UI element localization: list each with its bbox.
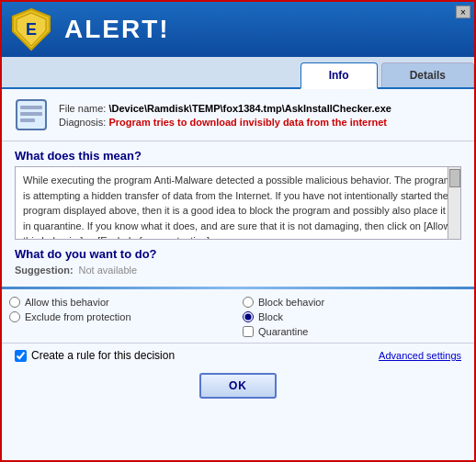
exclude-protection-radio[interactable] [9, 311, 20, 322]
file-name-value: \Device\Ramdisk\TEMP\fox1384.tmp\AskInst… [108, 103, 391, 114]
what-does-heading: What does this mean? [15, 149, 461, 163]
svg-rect-4 [20, 106, 42, 109]
file-name-line: File name: \Device\Ramdisk\TEMP\fox1384.… [59, 103, 461, 114]
allow-behavior-label: Allow this behavior [25, 297, 109, 308]
exclude-protection-option[interactable]: Exclude from protection [9, 311, 233, 322]
allow-behavior-option[interactable]: Allow this behavior [9, 297, 233, 308]
create-rule-checkbox[interactable] [15, 350, 27, 362]
tabs-bar: Info Details [2, 57, 474, 89]
diagnosis-value: Program tries to download invisibly data… [108, 117, 387, 128]
file-info-box: File name: \Device\Ramdisk\TEMP\fox1384.… [2, 89, 474, 141]
description-text: While executing the program Anti-Malware… [23, 175, 452, 240]
block-radio[interactable] [243, 311, 254, 322]
quarantine-label: Quarantine [258, 326, 308, 337]
file-icon [15, 98, 48, 131]
svg-rect-6 [20, 118, 35, 122]
suggestion-label: Suggestion: [15, 265, 74, 276]
block-behavior-radio[interactable] [243, 297, 254, 308]
advanced-settings-link[interactable]: Advanced settings [379, 350, 461, 361]
shield-icon: E [9, 7, 53, 51]
alert-title: ALERT! [64, 15, 170, 44]
info-section: What does this mean? While executing the… [2, 141, 474, 243]
quarantine-option[interactable]: Quarantine [243, 326, 467, 337]
ok-button-row: OK [2, 367, 474, 406]
create-rule-label: Create a rule for this decision [31, 349, 175, 362]
quarantine-checkbox[interactable] [243, 326, 254, 337]
options-grid: Allow this behavior Block behavior Exclu… [2, 295, 474, 343]
suggestion-row: Suggestion: Not available [15, 265, 461, 276]
alert-window: × E ALERT! Info Details File [0, 0, 476, 462]
svg-text:E: E [26, 20, 37, 39]
description-box: While executing the program Anti-Malware… [15, 166, 461, 240]
create-rule-option[interactable]: Create a rule for this decision [15, 349, 175, 362]
suggestion-value: Not available [79, 265, 138, 276]
action-section: What do you want to do? Suggestion: Not … [2, 243, 474, 287]
allow-behavior-radio[interactable] [9, 297, 20, 308]
scrollbar[interactable] [448, 167, 460, 239]
svg-rect-5 [20, 112, 42, 116]
block-behavior-label: Block behavior [258, 297, 324, 308]
bottom-bar: Create a rule for this decision Advanced… [2, 343, 474, 367]
block-label: Block [258, 311, 283, 322]
diagnosis-label: Diagnosis: [59, 117, 106, 128]
file-name-label: File name: [59, 103, 106, 114]
tab-details[interactable]: Details [381, 62, 474, 87]
what-to-do-heading: What do you want to do? [15, 247, 461, 261]
divider [2, 287, 474, 289]
block-behavior-option[interactable]: Block behavior [243, 297, 467, 308]
block-option[interactable]: Block [243, 311, 467, 322]
scrollbar-thumb [449, 169, 460, 187]
content-area: File name: \Device\Ramdisk\TEMP\fox1384.… [2, 89, 474, 460]
ok-button[interactable]: OK [199, 373, 277, 399]
close-button[interactable]: × [456, 6, 470, 18]
exclude-protection-label: Exclude from protection [25, 311, 131, 322]
diagnosis-line: Diagnosis: Program tries to download inv… [59, 117, 461, 128]
tab-info[interactable]: Info [300, 62, 378, 89]
title-bar: × E ALERT! [2, 2, 474, 57]
file-details: File name: \Device\Ramdisk\TEMP\fox1384.… [59, 103, 461, 128]
